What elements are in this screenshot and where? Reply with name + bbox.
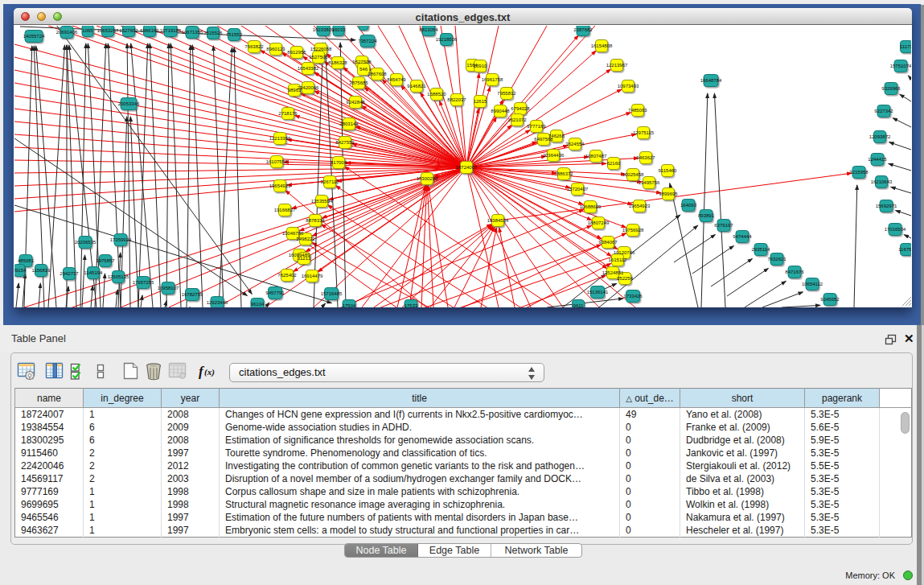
svg-text:17957255: 17957255: [133, 280, 154, 285]
svg-text:8471676: 8471676: [785, 270, 804, 274]
svg-text:15136141: 15136141: [587, 290, 609, 295]
svg-text:10046786: 10046786: [282, 231, 304, 236]
svg-text:8454749: 8454749: [387, 77, 406, 82]
svg-text:9227342: 9227342: [874, 109, 893, 113]
svg-text:7485063: 7485063: [628, 108, 647, 113]
svg-text:98961: 98961: [288, 88, 302, 93]
svg-text:7515526: 7515526: [203, 31, 223, 35]
svg-text:7955812: 7955812: [497, 91, 516, 96]
svg-text:9115460: 9115460: [659, 168, 678, 173]
svg-text:546: 546: [359, 67, 368, 72]
svg-text:8813054: 8813054: [419, 27, 438, 32]
svg-text:20206535: 20206535: [75, 240, 97, 245]
svg-text:19654923: 19654923: [629, 204, 651, 208]
svg-text:1615112: 1615112: [609, 257, 628, 262]
svg-text:15716485: 15716485: [321, 291, 343, 296]
svg-text:16107552: 16107552: [266, 159, 288, 164]
svg-text:893891: 893891: [698, 213, 715, 218]
svg-text:31213: 31213: [298, 256, 311, 261]
svg-text:10973493: 10973493: [618, 84, 639, 89]
svg-text:15720407: 15720407: [567, 187, 589, 192]
svg-text:7886372: 7886372: [554, 171, 573, 176]
svg-text:9384067: 9384067: [598, 240, 618, 245]
svg-text:12505135: 12505135: [108, 274, 129, 279]
svg-text:19654923: 19654923: [269, 183, 291, 188]
svg-text:16961758: 16961758: [482, 77, 503, 82]
svg-text:39154: 39154: [13, 268, 27, 273]
svg-text:116753: 116753: [898, 247, 914, 252]
svg-text:751552: 751552: [226, 32, 243, 37]
svg-text:2803144: 2803144: [339, 122, 359, 126]
svg-text:20053346: 20053346: [118, 101, 140, 106]
svg-text:19166827: 19166827: [274, 208, 296, 212]
svg-text:7663822: 7663822: [244, 44, 264, 49]
svg-text:9146821: 9146821: [407, 84, 426, 89]
svg-text:3975857: 3975857: [96, 258, 115, 263]
svg-text:62160: 62160: [607, 161, 621, 166]
svg-text:252254: 252254: [617, 276, 634, 281]
svg-text:11173: 11173: [900, 44, 913, 49]
svg-text:18807249: 18807249: [588, 220, 610, 225]
svg-text:15226058: 15226058: [310, 47, 332, 51]
svg-text:9611: 9611: [573, 303, 585, 308]
svg-text:10025458: 10025458: [622, 172, 644, 177]
svg-text:16033: 16033: [332, 27, 346, 32]
svg-text:9474444: 9474444: [733, 234, 752, 239]
svg-text:746266: 746266: [548, 134, 565, 138]
svg-text:13495756: 13495756: [639, 180, 660, 185]
svg-text:9777169: 9777169: [527, 124, 546, 129]
svg-text:9329966: 9329966: [881, 86, 901, 91]
svg-text:10120746: 10120746: [614, 250, 635, 255]
svg-text:16914479: 16914479: [302, 274, 323, 278]
svg-text:8822037: 8822037: [447, 97, 466, 102]
svg-text:417004: 417004: [331, 160, 347, 165]
svg-text:1733426: 1733426: [623, 294, 643, 299]
svg-text:10653267: 10653267: [97, 28, 119, 33]
svg-text:10910: 10910: [474, 64, 487, 68]
svg-text:17533: 17533: [405, 303, 418, 308]
svg-text:96104: 96104: [251, 302, 265, 307]
svg-text:17359924: 17359924: [110, 237, 132, 242]
svg-text:12615: 12615: [474, 99, 487, 104]
svg-text:18300295: 18300295: [417, 176, 438, 181]
svg-text:10807487: 10807487: [585, 154, 607, 159]
svg-text:16154808: 16154808: [591, 43, 613, 48]
svg-text:2718176: 2718176: [278, 111, 298, 116]
svg-text:3267110: 3267110: [321, 179, 340, 184]
svg-text:(x): (x): [204, 367, 215, 377]
svg-text:6966160: 6966160: [140, 28, 159, 33]
svg-text:9527506: 9527506: [309, 55, 328, 60]
svg-text:9463627: 9463627: [636, 155, 655, 160]
svg-text:8186328: 8186328: [328, 60, 347, 65]
svg-text:17504: 17504: [343, 303, 356, 308]
svg-text:9245652: 9245652: [820, 297, 840, 302]
svg-text:7632621: 7632621: [767, 257, 786, 262]
svg-text:20691406: 20691406: [56, 30, 78, 35]
svg-text:485081: 485081: [18, 258, 35, 263]
svg-text:8878334: 8878334: [306, 218, 325, 223]
svg-text:9899695: 9899695: [659, 192, 678, 196]
svg-text:16210643: 16210643: [871, 179, 893, 184]
svg-text:2942737: 2942737: [60, 271, 79, 276]
svg-text:3624554: 3624554: [565, 142, 585, 146]
svg-text:18724007: 18724007: [456, 165, 478, 170]
svg-text:10671355: 10671355: [182, 30, 203, 35]
svg-text:12923446: 12923446: [207, 300, 228, 305]
svg-text:2387682: 2387682: [573, 27, 593, 32]
svg-text:12213967: 12213967: [606, 63, 628, 68]
svg-text:10654112: 10654112: [802, 282, 823, 286]
svg-text:1065: 1065: [82, 28, 93, 33]
svg-text:3875685: 3875685: [349, 80, 368, 85]
svg-text:10688609: 10688609: [580, 204, 602, 209]
svg-text:16543382: 16543382: [298, 66, 319, 71]
svg-text:6794028: 6794028: [511, 106, 530, 111]
svg-text:8960123: 8960123: [266, 47, 285, 51]
svg-text:12213369: 12213369: [269, 136, 291, 141]
svg-text:8990448: 8990448: [491, 109, 510, 113]
svg-text:16782759: 16782759: [182, 292, 203, 297]
svg-text:9527508: 9527508: [352, 60, 372, 64]
svg-text:19756928: 19756928: [622, 228, 644, 233]
svg-text:10719185: 10719185: [160, 28, 182, 33]
svg-text:1244415: 1244415: [868, 157, 887, 162]
svg-text:1156819: 1156819: [32, 268, 51, 273]
